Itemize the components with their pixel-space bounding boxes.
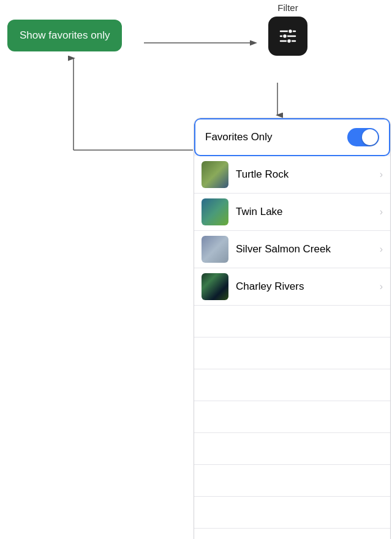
callout-text: Show favorites only [20,29,110,41]
empty-row [194,306,390,337]
list-item[interactable]: Silver Salmon Creek › [194,231,390,268]
filter-area: Filter [268,2,307,56]
empty-row [194,369,390,401]
chevron-icon: › [380,206,383,217]
favorites-only-label: Favorites Only [205,131,273,143]
items-list: Turtle Rock › Twin Lake › Silver Salmon … [194,156,390,539]
sliders-icon [277,25,299,47]
filter-label: Filter [277,2,298,13]
chevron-icon: › [380,281,383,292]
item-thumbnail-salmon [202,236,228,263]
chevron-icon: › [380,169,383,180]
favorites-only-row[interactable]: Favorites Only [194,118,390,156]
svg-point-9 [283,34,287,39]
filter-panel: Favorites Only Turtle Rock › Twin Lake ›… [194,118,391,539]
list-item[interactable]: Charley Rivers › [194,268,390,306]
item-name-turtle: Turtle Rock [236,168,380,181]
item-thumbnail-twin [202,198,228,225]
svg-point-10 [287,39,292,43]
item-name-charley: Charley Rivers [236,281,380,293]
list-item[interactable]: Twin Lake › [194,194,390,231]
empty-row [194,401,390,433]
empty-row [194,465,390,497]
item-name-twin: Twin Lake [236,206,380,218]
item-name-salmon: Silver Salmon Creek [236,243,380,255]
svg-point-8 [288,29,293,34]
item-thumbnail-turtle [202,161,228,188]
list-item[interactable]: Turtle Rock › [194,156,390,194]
callout-bubble: Show favorites only [7,20,122,51]
empty-row [194,497,390,529]
chevron-icon: › [380,244,383,255]
empty-row [194,337,390,369]
empty-row: 知乎 @师傅有妖怪 [194,529,390,539]
favorites-only-toggle[interactable] [347,128,379,146]
filter-button[interactable] [268,17,307,56]
item-thumbnail-charley [202,273,228,300]
toggle-knob [362,129,378,145]
empty-row [194,433,390,465]
